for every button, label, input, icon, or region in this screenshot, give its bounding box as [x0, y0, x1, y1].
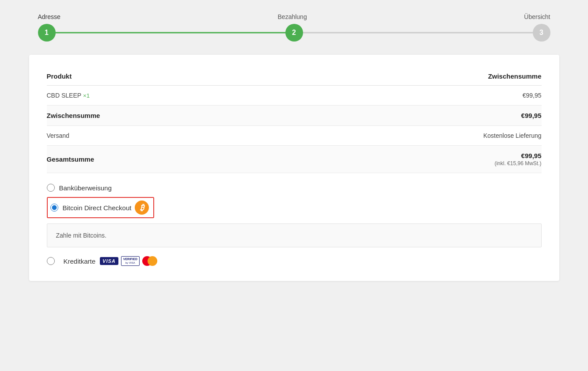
table-row-item: CBD SLEEP×1 €99,95 — [47, 86, 542, 106]
payment-section: Banküberweisung Bitcoin Direct Checkout … — [47, 184, 542, 266]
step-label-adresse: Adresse — [38, 13, 61, 20]
visa-badge: VISA — [100, 257, 118, 265]
payment-option-bank[interactable]: Banküberweisung — [47, 184, 542, 192]
table-row-versand: Versand Kostenlose Lieferung — [47, 126, 542, 146]
zwischensumme-value: €99,95 — [284, 106, 542, 126]
step-circle-3: 3 — [533, 24, 550, 42]
main-card: Produkt Zwischensumme CBD SLEEP×1 €99,95… — [29, 55, 559, 281]
mc-circle-right — [148, 256, 157, 266]
radio-kreditkarte[interactable] — [47, 257, 55, 265]
table-row-zwischensumme: Zwischensumme €99,95 — [47, 106, 542, 126]
card-badges: VISA VERIFIED by VISA — [100, 256, 157, 266]
radio-bank[interactable] — [47, 184, 55, 192]
radio-bitcoin[interactable] — [50, 204, 58, 212]
bitcoin-label[interactable]: Bitcoin Direct Checkout — [63, 204, 132, 212]
table-header-row: Produkt Zwischensumme — [47, 68, 542, 86]
bitcoin-description: Zahle mit Bitcoins. — [47, 223, 542, 247]
item-name-cell: CBD SLEEP×1 — [47, 86, 284, 106]
item-price: €99,95 — [284, 86, 542, 106]
step-circle-2: 2 — [285, 24, 303, 42]
payment-option-bitcoin[interactable]: Bitcoin Direct Checkout ₿ — [47, 197, 155, 218]
kreditkarte-label[interactable]: Kreditkarte — [64, 257, 96, 265]
gesamtsumme-amount-cell: €99,95 (inkl. €15,96 MwSt.) — [284, 146, 542, 173]
gesamtsumme-main: €99,95 — [284, 152, 542, 159]
bitcoin-icon: ₿ — [135, 201, 149, 215]
step-label-bezahlung: Bezahlung — [278, 13, 307, 20]
order-table: Produkt Zwischensumme CBD SLEEP×1 €99,95… — [47, 68, 542, 173]
steps-row: 1 2 3 — [38, 24, 550, 42]
gesamtsumme-label: Gesamtsumme — [47, 146, 284, 173]
verified-badge: VERIFIED by VISA — [121, 256, 140, 266]
item-qty: ×1 — [83, 92, 90, 99]
item-name: CBD SLEEP — [47, 92, 82, 99]
step-circle-1: 1 — [38, 24, 56, 42]
table-row-gesamtsumme: Gesamtsumme €99,95 (inkl. €15,96 MwSt.) — [47, 146, 542, 173]
gesamtsumme-tax: (inkl. €15,96 MwSt.) — [284, 160, 542, 167]
step-labels: Adresse Bezahlung Übersicht — [38, 13, 550, 20]
progress-container: Adresse Bezahlung Übersicht 1 2 3 — [29, 13, 559, 42]
col-header-subtotal: Zwischensumme — [284, 68, 542, 86]
progress-track: 1 2 3 — [38, 24, 550, 42]
col-header-product: Produkt — [47, 68, 284, 86]
versand-label: Versand — [47, 126, 284, 146]
step-label-ubersicht: Übersicht — [524, 13, 550, 20]
bank-label[interactable]: Banküberweisung — [59, 184, 112, 192]
payment-option-kreditkarte[interactable]: Kreditkarte VISA VERIFIED by VISA — [47, 256, 542, 266]
mastercard-badge — [142, 256, 157, 266]
versand-value: Kostenlose Lieferung — [284, 126, 542, 146]
zwischensumme-label: Zwischensumme — [47, 106, 284, 126]
